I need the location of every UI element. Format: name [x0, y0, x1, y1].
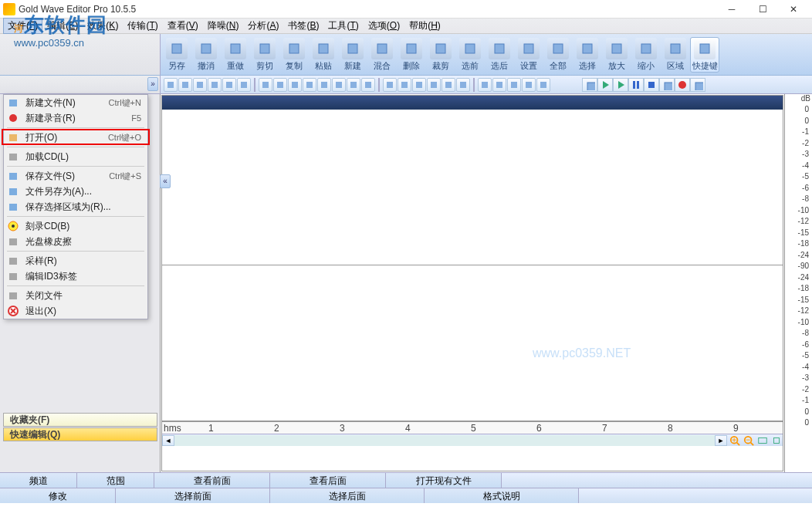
quickedit-panel-button[interactable]: 快速编辑(Q)	[3, 427, 157, 441]
mini-toolbar-btn-7[interactable]	[273, 78, 287, 92]
mini-toolbar-btn-3[interactable]	[208, 78, 222, 92]
mini-toolbar-btn-0[interactable]	[164, 78, 178, 92]
status1-cell-2[interactable]: 查看前面	[154, 473, 270, 488]
waveform-canvas[interactable]: www.pc0359.NET hms123456789 ◄ ►	[161, 95, 783, 471]
menu-b[interactable]: 书签(B)	[283, 18, 323, 34]
toolbar-6[interactable]: 新建	[338, 38, 367, 72]
file-menu-saveas[interactable]: 文件另存为(A)...	[4, 184, 147, 199]
file-menu-savesel[interactable]: 保存选择区域为(R)...	[4, 199, 147, 215]
toolbar-12[interactable]: 设置	[514, 38, 543, 72]
status1-cell-1[interactable]: 范围	[77, 473, 154, 488]
toolbar-14[interactable]: 选择	[573, 38, 602, 72]
menu-t[interactable]: 传输(T)	[123, 18, 162, 34]
toolbar-11[interactable]: 选后	[485, 38, 514, 72]
play-icon[interactable]	[597, 78, 613, 92]
horizontal-scrollbar[interactable]: ◄ ►	[162, 434, 783, 446]
mini-toolbar-btn-22[interactable]	[507, 78, 521, 92]
chevron-down-icon[interactable]: »	[147, 77, 158, 91]
file-menu-burn[interactable]: 刻录CD(B)	[4, 218, 147, 234]
skip-start-icon[interactable]	[582, 78, 597, 92]
status1-cell-0[interactable]: 频道	[0, 473, 77, 488]
zoom-in-icon[interactable]	[729, 435, 741, 446]
toolbar-7[interactable]: 混合	[367, 38, 397, 72]
mini-toolbar-btn-20[interactable]	[478, 78, 492, 92]
toolbar-15[interactable]: 放大	[602, 38, 631, 72]
favorites-panel-button[interactable]: 收藏夹(F)	[3, 413, 157, 427]
mini-toolbar-btn-19[interactable]	[456, 78, 470, 92]
file-menu-dropdown[interactable]: 新建文件(N)Ctrl键+N新建录音(R)F5打开(O)Ctrl键+O加载CD(…	[3, 94, 148, 319]
toolbar-10[interactable]: 选前	[455, 38, 485, 72]
maximize-button[interactable]: ☐	[747, 1, 778, 18]
menu-bar[interactable]: 文件(F)编辑(E)效果(K)传输(T)查看(V)降噪(N)分析(A)书签(B)…	[0, 19, 812, 34]
mini-toolbar-btn-10[interactable]	[317, 78, 331, 92]
mini-toolbar-btn-12[interactable]	[347, 78, 360, 92]
mini-toolbar-btn-15[interactable]	[398, 78, 411, 92]
scroll-left-button[interactable]: ◄	[162, 435, 174, 446]
scroll-track[interactable]	[174, 435, 715, 446]
file-menu-open[interactable]: 打开(O)Ctrl键+O	[4, 130, 147, 145]
mini-toolbar-btn-4[interactable]	[222, 78, 236, 92]
status2-cell-0[interactable]: 修改	[0, 488, 116, 503]
mini-toolbar-btn-9[interactable]	[303, 78, 316, 92]
toolbar-9[interactable]: 裁剪	[426, 38, 455, 72]
mini-toolbar-btn-24[interactable]	[536, 78, 550, 92]
file-menu-save[interactable]: 保存文件(S)Ctrl键+S	[4, 168, 147, 184]
menu-n[interactable]: 降噪(N)	[203, 18, 244, 34]
menu-k[interactable]: 效果(K)	[83, 18, 123, 34]
status2-cell-3[interactable]: 格式说明	[425, 488, 579, 503]
toolbar-13[interactable]: 全部	[543, 38, 573, 72]
toolbar-4[interactable]: 复制	[279, 38, 309, 72]
file-menu-sample[interactable]: 采样(R)	[4, 253, 147, 269]
menu-h[interactable]: 帮助(H)	[404, 18, 445, 34]
pause-icon[interactable]	[628, 78, 644, 92]
mini-toolbar-btn-5[interactable]	[237, 78, 251, 92]
toolbar-16[interactable]: 缩小	[631, 38, 661, 72]
menu-v[interactable]: 查看(V)	[163, 18, 203, 34]
toolbar-8[interactable]: 删除	[397, 38, 426, 72]
zoom-sel-icon[interactable]	[770, 435, 783, 446]
mini-toolbar-btn-11[interactable]	[332, 78, 346, 92]
toolbar-2[interactable]: 重做	[221, 38, 250, 72]
waveform-channel-left[interactable]	[162, 110, 783, 265]
zoom-out-icon[interactable]	[743, 435, 755, 446]
mini-toolbar-btn-18[interactable]	[442, 78, 455, 92]
file-menu-exit[interactable]: 退出(X)	[4, 303, 147, 319]
toolbar-17[interactable]: 区域	[661, 38, 690, 72]
file-menu-close[interactable]: 关闭文件	[4, 288, 147, 303]
mini-toolbar-btn-23[interactable]	[522, 78, 536, 92]
record-icon[interactable]	[675, 78, 690, 92]
mini-toolbar-btn-17[interactable]	[427, 78, 441, 92]
menu-e[interactable]: 编辑(E)	[42, 18, 83, 34]
waveform-channel-right[interactable]	[162, 265, 783, 421]
toolbar-5[interactable]: 粘贴	[309, 38, 338, 72]
menu-a[interactable]: 分析(A)	[243, 18, 283, 34]
close-button[interactable]: ✕	[778, 1, 809, 18]
scroll-right-button[interactable]: ►	[715, 435, 727, 446]
skip-end-icon[interactable]	[659, 78, 675, 92]
file-menu-erase[interactable]: 光盘橡皮擦	[4, 234, 147, 249]
status1-cell-3[interactable]: 查看后面	[270, 473, 386, 488]
menu-t[interactable]: 工具(T)	[323, 18, 363, 34]
time-ruler[interactable]: hms123456789	[162, 421, 783, 434]
file-menu-rec[interactable]: 新建录音(R)F5	[4, 110, 147, 126]
mini-toolbar-btn-2[interactable]	[193, 78, 207, 92]
mini-toolbar-btn-14[interactable]	[383, 78, 397, 92]
status2-cell-2[interactable]: 选择后面	[270, 488, 425, 503]
mini-toolbar-btn-21[interactable]	[492, 78, 506, 92]
mini-toolbar-btn-13[interactable]	[361, 78, 375, 92]
menu-o[interactable]: 选项(O)	[364, 18, 404, 34]
chevron-collapse-icon[interactable]: «	[160, 174, 171, 188]
file-menu-new[interactable]: 新建文件(N)Ctrl键+N	[4, 95, 147, 110]
mini-toolbar-btn-16[interactable]	[412, 78, 426, 92]
toolbar-3[interactable]: 剪切	[250, 38, 279, 72]
menu-f[interactable]: 文件(F)	[3, 18, 42, 34]
stop-icon[interactable]	[644, 78, 659, 92]
toolbar-1[interactable]: 撤消	[191, 38, 221, 72]
toolbar-18[interactable]: 快捷键	[690, 37, 719, 73]
mini-toolbar-btn-1[interactable]	[178, 78, 192, 92]
loop-icon[interactable]	[690, 78, 705, 92]
zoom-fit-icon[interactable]	[756, 435, 769, 446]
file-menu-cd[interactable]: 加载CD(L)	[4, 149, 147, 164]
minimize-button[interactable]: ─	[716, 1, 747, 18]
status2-cell-1[interactable]: 选择前面	[116, 488, 270, 503]
